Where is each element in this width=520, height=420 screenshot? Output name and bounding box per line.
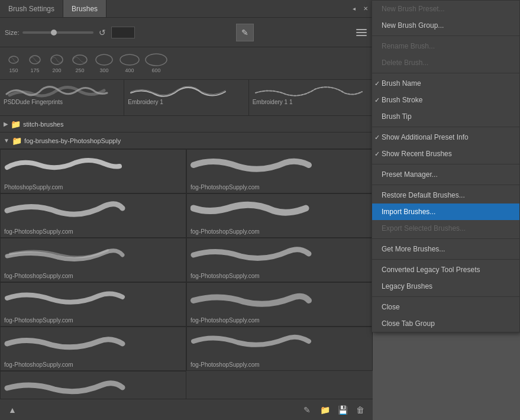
brush-size-label-300: 300 (99, 67, 108, 73)
fog-brush-3[interactable]: fog-PhotoshopSupply.com (0, 193, 186, 238)
fog-brush-9[interactable]: fog-PhotoshopSupply.com (0, 327, 186, 371)
menu-label: Legacy Brushes (382, 282, 432, 290)
edit-icon: ✎ (241, 28, 248, 37)
size-reset-button[interactable]: ↺ (97, 27, 108, 38)
group-arrow-fog: ▼ (4, 137, 9, 144)
fog-brush-11[interactable]: fog-PhotoshopSupply.com (0, 371, 186, 399)
group-name-fog: fog-brushes-by-PhotoshopSupply (24, 137, 121, 144)
separator-8 (372, 296, 519, 297)
size-slider[interactable] (22, 31, 93, 34)
folder-icon-stitch: 📁 (11, 119, 21, 129)
fog-label-10: fog-PhotoshopSupply.com (190, 361, 369, 368)
menu-new-brush-group[interactable]: New Brush Group... (372, 17, 519, 34)
fog-label-6: fog-PhotoshopSupply.com (190, 273, 369, 279)
group-fog-brushes[interactable]: ▼ 📁 fog-brushes-by-PhotoshopSupply (0, 133, 373, 149)
brush-size-label-250: 250 (75, 67, 84, 73)
fog-brush-1[interactable]: PhotoshopSupply.com (0, 149, 186, 193)
fog-label-9: fog-PhotoshopSupply.com (4, 361, 182, 368)
menu-label: New Brush Preset... (382, 5, 445, 13)
size-slider-thumb (51, 30, 57, 35)
close-panel-button[interactable]: ✕ (361, 4, 370, 14)
menu-converted-legacy[interactable]: Converted Legacy Tool Presets (372, 261, 519, 278)
check-brush-name: ✓ (374, 80, 380, 88)
check-brush-stroke: ✓ (374, 96, 380, 104)
menu-brush-tip[interactable]: Brush Tip (372, 108, 519, 125)
menu-legacy-brushes[interactable]: Legacy Brushes (372, 278, 519, 295)
menu-get-more-brushes[interactable]: Get More Brushes... (372, 241, 519, 257)
fog-brush-7[interactable]: fog-PhotoshopSupply.com (0, 282, 186, 327)
menu-label: Rename Brush... (382, 42, 435, 50)
group-stitch-brushes[interactable]: ▶ 📁 stitch-brushes (0, 116, 373, 133)
tab-brush-settings[interactable]: Brush Settings (0, 0, 63, 17)
menu-label: Get More Brushes... (382, 245, 445, 253)
svg-point-5 (120, 54, 139, 65)
menu-import-brushes[interactable]: Import Brushes... (372, 203, 519, 220)
group-arrow-stitch: ▶ (4, 121, 8, 127)
save-brush-button[interactable]: 💾 (336, 403, 349, 416)
menu-restore-default[interactable]: Restore Default Brushes... (372, 187, 519, 203)
brush-tip-250[interactable]: 250 (70, 53, 90, 73)
fog-brush-8[interactable]: fog-PhotoshopSupply.com (186, 282, 373, 327)
menu-close[interactable]: Close (372, 299, 519, 315)
menu-label: Restore Default Brushes... (382, 191, 465, 199)
delete-brush-button[interactable]: 🗑 (354, 403, 367, 416)
fog-stroke-10 (190, 332, 368, 353)
separator-3 (372, 127, 519, 127)
menu-label: Brush Tip (382, 112, 412, 121)
fog-label-8: fog-PhotoshopSupply.com (190, 317, 369, 324)
menu-export-brushes[interactable]: Export Selected Brushes... (372, 220, 519, 237)
brush-label-embroidery1: Embroidery 1 (128, 99, 244, 105)
separator-4 (372, 164, 519, 164)
brush-tip-600[interactable]: 600 (144, 53, 168, 73)
brush-item-embroidery11[interactable]: Embroidery 1 1 (249, 80, 373, 115)
collapse-button[interactable]: ◂ (349, 4, 358, 14)
size-input[interactable] (111, 27, 135, 38)
brush-size-label-600: 600 (151, 67, 160, 73)
menu-show-recent-brushes[interactable]: ✓ Show Recent Brushes (372, 146, 519, 162)
separator-6 (372, 238, 519, 239)
menu-label: Converted Legacy Tool Presets (382, 266, 480, 274)
menu-preset-manager[interactable]: Preset Manager... (372, 166, 519, 183)
fog-brush-2[interactable]: fog-PhotoshopSupply.com (186, 149, 373, 193)
brush-tip-300[interactable]: 300 (93, 53, 115, 73)
named-brushes-row: PSDDude Fingerprints Embroidery 1 Embroi… (0, 80, 373, 116)
menu-brush-name[interactable]: ✓ Brush Name (372, 75, 519, 92)
hamburger-line-3 (356, 35, 367, 36)
menu-label: Delete Brush... (382, 59, 428, 67)
group-name-stitch: stitch-brushes (23, 121, 63, 128)
menu-brush-stroke[interactable]: ✓ Brush Stroke (372, 92, 519, 108)
brush-size-label-175: 175 (30, 67, 39, 73)
fog-brush-4[interactable]: fog-PhotoshopSupply.com (186, 193, 373, 238)
brush-tip-150[interactable]: 150 (5, 53, 22, 73)
size-label: Size: (5, 29, 19, 36)
brush-item-fingerprints[interactable]: PSDDude Fingerprints (0, 80, 124, 115)
fog-brush-5[interactable]: fog-PhotoshopSupply.com (0, 238, 186, 282)
menu-label: New Brush Group... (382, 21, 444, 30)
menu-delete-brush[interactable]: Delete Brush... (372, 54, 519, 71)
edit-brush-button[interactable]: ✎ (301, 403, 314, 416)
menu-show-preset-info[interactable]: ✓ Show Additional Preset Info (372, 129, 519, 146)
fog-stroke-8 (190, 287, 368, 308)
fog-stroke-9 (4, 332, 182, 353)
separator-1 (372, 35, 519, 36)
brush-tip-175[interactable]: 175 (26, 53, 44, 73)
fog-stroke-5 (4, 243, 182, 264)
tab-brushes[interactable]: Brushes (63, 0, 106, 17)
brush-label-embroidery11: Embroidery 1 1 (253, 99, 369, 105)
menu-new-brush-preset[interactable]: New Brush Preset... (372, 1, 519, 17)
fog-brush-10[interactable]: fog-PhotoshopSupply.com (186, 327, 373, 371)
menu-button[interactable] (355, 26, 368, 39)
new-folder-button[interactable]: 📁 (318, 403, 331, 416)
separator-7 (372, 259, 519, 260)
menu-rename-brush[interactable]: Rename Brush... (372, 38, 519, 54)
bottom-bar: ▲ ✎ 📁 💾 🗑 (0, 399, 373, 420)
bottom-icons: ✎ 📁 💾 🗑 (301, 403, 367, 416)
brush-item-embroidery1[interactable]: Embroidery 1 (124, 80, 248, 115)
edit-button[interactable]: ✎ (236, 24, 254, 41)
scroll-up-button[interactable]: ▲ (6, 403, 19, 416)
menu-close-tab-group[interactable]: Close Tab Group (372, 315, 519, 332)
brush-tip-200[interactable]: 200 (47, 53, 66, 73)
fog-brush-6[interactable]: fog-PhotoshopSupply.com (186, 238, 373, 282)
brush-tip-400[interactable]: 400 (118, 53, 141, 73)
brush-tip-preview-150 (5, 53, 22, 66)
